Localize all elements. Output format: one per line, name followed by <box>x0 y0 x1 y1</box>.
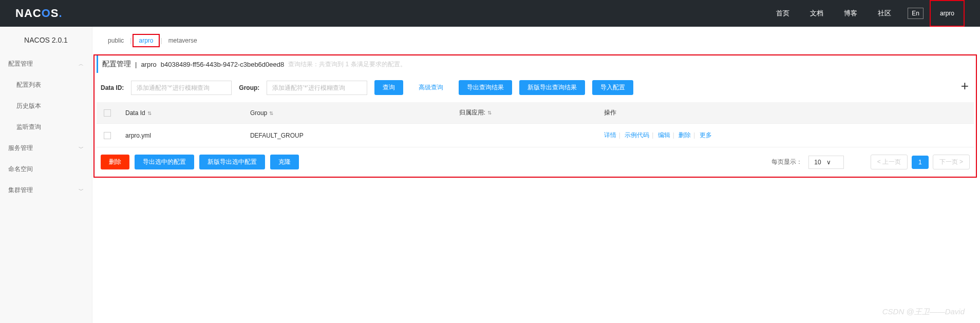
cell-app <box>452 124 597 147</box>
menu-cluster[interactable]: 集群管理﹀ <box>0 180 92 201</box>
menu-listen[interactable]: 监听查询 <box>0 117 92 138</box>
tab-arpro[interactable]: arpro <box>133 34 159 47</box>
delete-selected-button[interactable]: 删除 <box>101 155 129 169</box>
sort-icon: ⇅ <box>147 110 152 116</box>
menu-config[interactable]: 配置管理︿ <box>0 53 92 74</box>
col-app[interactable]: 归属应用:⇅ <box>452 102 597 124</box>
sidebar: NACOS 2.0.1 配置管理︿ 配置列表 历史版本 监听查询 服务管理﹀ 命… <box>0 27 92 323</box>
export-selected-button[interactable]: 导出选中的配置 <box>135 155 194 169</box>
tab-separator: | <box>130 37 131 44</box>
export-button[interactable]: 导出查询结果 <box>459 80 512 95</box>
next-page-button[interactable]: 下一页 > <box>933 155 970 169</box>
data-id-input[interactable] <box>131 81 232 95</box>
add-config-button[interactable]: + <box>958 78 972 94</box>
main-content: public | arpro | metaverse 配置管理 | arpro … <box>92 27 980 323</box>
header: NACOS. 首页 文档 博客 社区 En arpro <box>0 0 980 27</box>
content-panel: 配置管理 | arpro b4038489-ff56-443b-9472-c3b… <box>93 54 977 178</box>
query-button[interactable]: 查询 <box>374 80 403 95</box>
config-table: Data Id⇅ Group⇅ 归属应用:⇅ 操作 arpro.yml DEFA… <box>97 102 974 147</box>
sort-icon: ⇅ <box>487 110 492 116</box>
tab-separator: | <box>161 37 162 44</box>
cell-group: DEFAULT_GROUP <box>243 124 452 147</box>
cell-actions: 详情| 示例代码| 编辑| 删除| 更多 <box>597 124 974 147</box>
row-checkbox[interactable] <box>104 132 111 139</box>
new-export-button[interactable]: 新版导出查询结果 <box>519 80 585 95</box>
lang-toggle[interactable]: En <box>908 8 924 19</box>
cell-data-id: arpro.yml <box>118 124 243 147</box>
page-size-label: 每页显示： <box>771 158 802 166</box>
select-all-checkbox[interactable] <box>104 109 111 117</box>
logo: NACOS. <box>15 7 63 20</box>
page-size-select[interactable]: 10 ∨ <box>808 156 843 169</box>
page-1-button[interactable]: 1 <box>912 156 929 169</box>
header-nav: 首页 文档 博客 社区 En arpro <box>766 0 965 27</box>
chevron-down-icon: ﹀ <box>79 187 84 194</box>
action-edit[interactable]: 编辑 <box>658 131 670 139</box>
result-hint: 查询结果：共查询到 1 条满足要求的配置。 <box>288 60 406 69</box>
sort-icon: ⇅ <box>269 110 273 116</box>
nav-blog[interactable]: 博客 <box>834 0 868 27</box>
action-more[interactable]: 更多 <box>700 131 712 139</box>
action-delete[interactable]: 删除 <box>679 131 691 139</box>
action-sample[interactable]: 示例代码 <box>625 131 649 139</box>
new-export-selected-button[interactable]: 新版导出选中配置 <box>199 155 265 169</box>
advanced-query-button[interactable]: 高级查询 <box>410 80 451 95</box>
chevron-down-icon: ﹀ <box>79 145 84 152</box>
tab-metaverse[interactable]: metaverse <box>163 35 202 46</box>
namespace-tabs: public | arpro | metaverse <box>92 27 980 54</box>
data-id-label: Data ID: <box>101 84 124 91</box>
clone-button[interactable]: 克隆 <box>270 155 299 169</box>
table-row: arpro.yml DEFAULT_GROUP 详情| 示例代码| 编辑| 删除… <box>97 124 974 147</box>
pagination: < 上一页 1 下一页 > <box>871 155 970 169</box>
menu-namespace[interactable]: 命名空间 <box>0 159 92 180</box>
chevron-up-icon: ︿ <box>79 61 84 68</box>
breadcrumb-namespace: arpro <box>141 61 156 68</box>
group-input[interactable] <box>267 81 367 95</box>
user-menu[interactable]: arpro <box>930 0 965 27</box>
menu-config-list[interactable]: 配置列表 <box>0 74 92 96</box>
prev-page-button[interactable]: < 上一页 <box>871 155 908 169</box>
group-label: Group: <box>239 84 259 91</box>
col-group[interactable]: Group⇅ <box>243 102 452 124</box>
sidebar-title: NACOS 2.0.1 <box>0 27 92 53</box>
breadcrumb: 配置管理 | arpro b4038489-ff56-443b-9472-c3b… <box>97 55 976 73</box>
search-bar: Data ID: Group: 查询 高级查询 导出查询结果 新版导出查询结果 … <box>95 73 976 102</box>
watermark: CSDN @王卫——David <box>882 307 965 317</box>
import-button[interactable]: 导入配置 <box>592 80 633 95</box>
menu-service[interactable]: 服务管理﹀ <box>0 138 92 159</box>
nav-community[interactable]: 社区 <box>868 0 901 27</box>
table-footer: 删除 导出选中的配置 新版导出选中配置 克隆 每页显示： 10 ∨ < 上一页 … <box>95 147 976 177</box>
tab-public[interactable]: public <box>103 35 129 46</box>
action-detail[interactable]: 详情 <box>604 131 616 139</box>
breadcrumb-ns-id: b4038489-ff56-443b-9472-c3beb6d0eed8 <box>161 61 284 68</box>
nav-docs[interactable]: 文档 <box>800 0 834 27</box>
menu-history[interactable]: 历史版本 <box>0 96 92 117</box>
col-actions: 操作 <box>597 102 974 124</box>
page-title: 配置管理 <box>102 60 131 69</box>
col-data-id[interactable]: Data Id⇅ <box>118 102 243 124</box>
nav-home[interactable]: 首页 <box>766 0 800 27</box>
